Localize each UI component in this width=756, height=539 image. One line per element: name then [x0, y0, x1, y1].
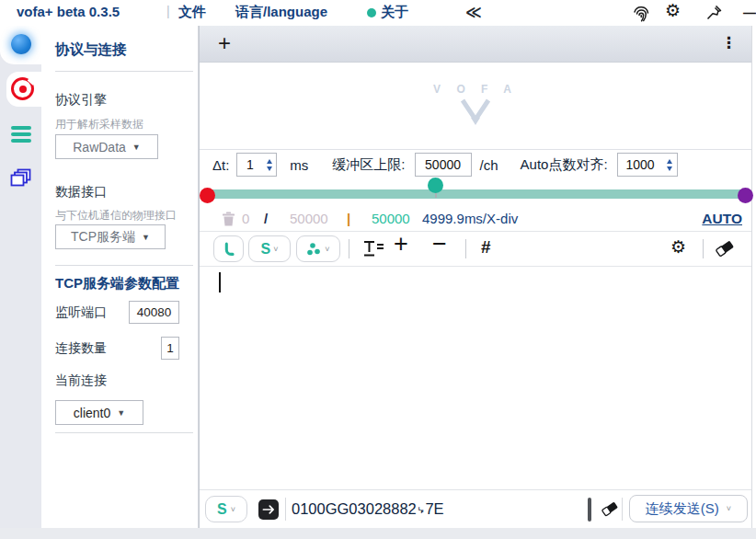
clear-send-eraser-icon[interactable]: [601, 501, 620, 521]
buffer-unit: /ch: [480, 157, 498, 173]
slider-handle-position[interactable]: [428, 178, 443, 193]
window-points: 50000: [372, 211, 410, 226]
buffer-range-slider[interactable]: [207, 189, 746, 199]
fingerprint-icon[interactable]: [631, 4, 651, 28]
current-conn-value: client0: [74, 406, 110, 420]
buffer-capacity: 50000: [290, 211, 328, 226]
align-value: 1000: [618, 157, 663, 172]
status-pipe: |: [347, 211, 350, 226]
dt-label: Δt:: [212, 157, 229, 173]
send-input-prefix: 0100GG03028882: [292, 500, 417, 517]
add-tab-button[interactable]: +: [218, 29, 231, 57]
menu-about[interactable]: 关于: [381, 4, 408, 21]
trash-icon[interactable]: [222, 212, 235, 229]
s-mode-label: S: [261, 241, 271, 258]
engine-hint: 用于解析采样数据: [55, 117, 143, 132]
chevron-down-icon: ▼: [132, 143, 141, 152]
send-mode-select[interactable]: 连续发送(S) ˅: [629, 495, 748, 522]
toolbar-separator: [349, 239, 349, 258]
interface-hint: 与下位机通信的物理接口: [55, 208, 177, 224]
plot-toolbar: S ˅ ˅ + − # ⚙: [200, 232, 751, 267]
current-conn-label: 当前连接: [55, 373, 107, 389]
tab-menu-button[interactable]: ⋮: [721, 33, 737, 52]
slider-handle-right[interactable]: [738, 188, 753, 203]
port-label: 监听端口: [55, 304, 107, 321]
align-spinbox[interactable]: 1000: [617, 153, 678, 177]
menu-language[interactable]: 语言/language: [235, 4, 327, 21]
record-view-icon[interactable]: [11, 77, 34, 100]
zoom-in-button[interactable]: +: [394, 230, 408, 258]
s-format-label: S: [217, 501, 227, 518]
tcp-config-title: TCP服务端参数配置: [55, 275, 179, 292]
current-conn-select[interactable]: client0 ▼: [55, 400, 143, 425]
legend-text-icon[interactable]: [362, 239, 384, 262]
panel-title: 协议与连接: [55, 40, 127, 60]
toolbar-separator: [465, 239, 466, 258]
text-cursor: [219, 272, 221, 292]
dt-unit: ms: [290, 157, 308, 173]
connection-indicator-icon[interactable]: [11, 34, 31, 54]
windows-stack-icon[interactable]: [9, 168, 33, 194]
sample-mode-button[interactable]: S ˅: [248, 235, 291, 262]
window-edge-dash-icon[interactable]: —: [743, 6, 756, 20]
send-separator: [285, 498, 286, 521]
phone-icon: [221, 241, 237, 258]
align-label: Auto点数对齐:: [521, 156, 608, 174]
channel-dots-icon: [306, 242, 322, 257]
settings-gear-icon[interactable]: ⚙: [665, 2, 681, 20]
window-bottom-strip: [0, 528, 756, 539]
spin-arrows-icon[interactable]: [262, 154, 276, 176]
buffer-input[interactable]: [415, 153, 472, 177]
about-status-dot-icon: [367, 8, 376, 17]
buffer-label: 缓冲区上限:: [332, 156, 405, 174]
buffer-status-row: 0 / 50000 | 50000 4999.9ms/X-div AUTO: [200, 206, 751, 232]
protocol-connection-panel: 协议与连接 协议引擎 用于解析采样数据 RawData ▼ 数据接口 与下位机通…: [41, 26, 199, 539]
toolbar-separator: [703, 239, 704, 258]
auto-scale-button[interactable]: AUTO: [702, 211, 742, 227]
menu-list-icon[interactable]: [11, 126, 31, 143]
splitter-handle[interactable]: [588, 498, 591, 522]
send-format-button[interactable]: S ˅: [205, 496, 247, 522]
chevron-down-icon: ▼: [117, 408, 125, 418]
divider: [55, 71, 193, 72]
left-icon-rail: [0, 26, 41, 539]
dt-value: 1: [237, 157, 262, 172]
plot-settings-gear-icon[interactable]: ⚙: [670, 238, 686, 257]
tab-bar: + ⋮: [200, 26, 751, 63]
chevron-down-icon: ˅: [727, 504, 731, 513]
send-bar: S ˅ 0100GG03028882␊7E 连续发送(S) ˅: [200, 489, 751, 528]
vofa-logo-icon: [455, 97, 496, 127]
collapse-sidebar-icon[interactable]: ≪: [465, 3, 480, 22]
send-mode-label: 连续发送(S): [646, 500, 719, 518]
engine-label: 协议引擎: [55, 92, 107, 109]
spin-arrows-icon[interactable]: [663, 154, 677, 176]
zoom-out-button[interactable]: −: [432, 230, 447, 258]
dt-spinbox[interactable]: 1: [236, 153, 277, 177]
interface-label: 数据接口: [55, 184, 107, 201]
chevron-down-icon: ˅: [325, 245, 329, 254]
data-display-area[interactable]: [200, 267, 751, 489]
chevron-down-icon: ▼: [142, 233, 150, 242]
slider-handle-left[interactable]: [200, 188, 215, 203]
menu-file[interactable]: 文件: [178, 4, 206, 21]
status-slash: /: [264, 211, 268, 226]
buffer-used: 0: [242, 211, 249, 226]
clear-plot-eraser-icon[interactable]: [715, 240, 736, 261]
send-input[interactable]: 0100GG03028882␊7E: [292, 500, 444, 518]
value-display-button[interactable]: #: [481, 237, 491, 258]
phone-connect-button[interactable]: [213, 235, 244, 262]
send-button[interactable]: [258, 499, 279, 520]
interface-select[interactable]: TCP服务端 ▼: [55, 224, 166, 249]
newline-glyph: ␊: [417, 504, 426, 517]
engine-select[interactable]: RawData ▼: [55, 134, 158, 159]
conn-count-input[interactable]: [161, 337, 179, 360]
port-input[interactable]: [129, 301, 179, 324]
xdiv-readout: 4999.9ms/X-div: [422, 211, 518, 226]
watermark-text: V O F A: [200, 83, 751, 96]
send-input-suffix: 7E: [425, 500, 443, 517]
pin-icon[interactable]: [704, 4, 723, 26]
chevron-down-icon: ˅: [273, 245, 278, 254]
send-separator: [622, 498, 623, 521]
channel-dots-button[interactable]: ˅: [296, 235, 340, 262]
app-title: vofa+ beta 0.3.5: [17, 4, 120, 19]
